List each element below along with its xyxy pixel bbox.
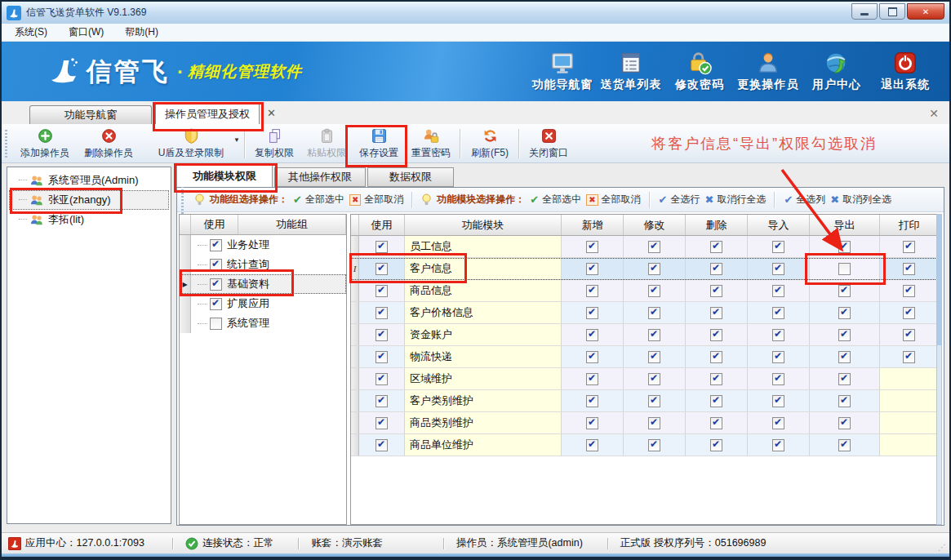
module-grid-row[interactable]: 区域维护 (351, 368, 937, 390)
use-checkbox[interactable] (376, 373, 388, 385)
group-checkbox[interactable] (210, 239, 222, 251)
banner-button[interactable]: 修改密码 (669, 51, 731, 92)
use-checkbox[interactable] (376, 395, 388, 407)
operator-tree-item[interactable]: 张亚(zhangy) (9, 190, 169, 210)
selection-action[interactable]: ✔全选行 (659, 193, 700, 207)
perm-checkbox[interactable] (710, 351, 722, 363)
group-checkbox[interactable] (210, 298, 222, 310)
perm-checkbox[interactable] (710, 439, 722, 451)
group-grid-row[interactable]: 业务处理 (180, 235, 346, 255)
perm-checkbox[interactable] (710, 285, 722, 297)
tab-operator-management[interactable]: 操作员管理及授权 (155, 103, 260, 124)
banner-button[interactable]: 退出系统 (874, 51, 936, 92)
perm-checkbox[interactable] (648, 439, 660, 451)
selection-action[interactable]: ✖取消行全选 (705, 193, 767, 207)
group-checkbox[interactable] (210, 259, 222, 271)
perm-checkbox[interactable] (586, 285, 598, 297)
perm-checkbox[interactable] (586, 439, 598, 451)
perm-tab-data[interactable]: 数据权限 (367, 167, 454, 187)
perm-checkbox[interactable] (648, 395, 660, 407)
perm-checkbox[interactable] (903, 241, 915, 253)
use-checkbox[interactable] (376, 307, 388, 319)
perm-tab-other[interactable]: 其他操作权限 (274, 167, 366, 187)
module-grid-row[interactable]: 客户类别维护 (351, 390, 937, 412)
use-checkbox[interactable] (376, 241, 388, 253)
dropdown-caret-icon[interactable]: ▼ (233, 136, 240, 144)
perm-checkbox[interactable] (772, 373, 784, 385)
perm-checkbox[interactable] (772, 439, 784, 451)
toolbar-button-close-window[interactable]: 关闭窗口 (522, 126, 575, 162)
toolbar-button-shield[interactable]: U盾及登录限制▼ (140, 126, 242, 162)
perm-checkbox[interactable] (710, 329, 722, 341)
group-checkbox[interactable] (210, 318, 222, 330)
tabstrip-close-icon[interactable]: ✕ (929, 107, 939, 120)
selection-action[interactable]: ✔全选列 (784, 193, 825, 207)
module-name-cell[interactable]: 商品信息 (405, 280, 562, 302)
group-grid-row[interactable]: 系统管理 (180, 313, 346, 333)
module-grid-row[interactable]: 员工信息 (351, 236, 937, 258)
vertical-scrollbar[interactable] (936, 214, 942, 525)
perm-checkbox[interactable] (772, 307, 784, 319)
perm-checkbox[interactable] (586, 351, 598, 363)
perm-checkbox[interactable] (903, 285, 915, 297)
perm-checkbox[interactable] (772, 263, 784, 275)
perm-checkbox[interactable] (648, 329, 660, 341)
perm-checkbox[interactable] (710, 395, 722, 407)
tab-function-nav[interactable]: 功能导航窗 (29, 105, 152, 124)
perm-checkbox[interactable] (586, 329, 598, 341)
perm-checkbox[interactable] (586, 307, 598, 319)
perm-checkbox[interactable] (586, 417, 598, 429)
module-name-cell[interactable]: 资金账户 (405, 324, 562, 346)
module-grid-row[interactable]: 客户价格信息 (351, 302, 937, 324)
module-grid-row[interactable]: 商品类别维护 (351, 412, 937, 434)
tab-close-icon[interactable]: ✕ (267, 107, 276, 119)
selection-action[interactable]: ✖取消列全选 (830, 193, 891, 207)
perm-checkbox[interactable] (648, 417, 660, 429)
module-grid-row[interactable]: I客户信息 (351, 258, 937, 280)
perm-checkbox[interactable] (772, 241, 784, 253)
toolbar-button-add-operator[interactable]: 添加操作员 (13, 126, 77, 162)
close-button[interactable]: ✕ (907, 3, 944, 20)
module-grid-row[interactable]: 物流快递 (351, 346, 937, 368)
maximize-button[interactable] (879, 3, 905, 20)
perm-checkbox[interactable] (838, 351, 851, 363)
toolbar-button-refresh[interactable]: 刷新(F5) (464, 126, 516, 162)
use-checkbox[interactable] (376, 417, 388, 429)
perm-checkbox[interactable] (838, 307, 851, 319)
perm-checkbox[interactable] (838, 417, 851, 429)
minimize-button[interactable] (851, 3, 878, 20)
banner-button[interactable]: 功能导航窗 (531, 51, 593, 92)
group-checkbox[interactable] (210, 278, 222, 291)
module-grid-row[interactable]: 资金账户 (351, 324, 937, 346)
operator-tree-item[interactable]: 李拓(lit) (9, 210, 169, 229)
toolbar-button-remove-operator[interactable]: 删除操作员 (77, 126, 140, 162)
perm-checkbox[interactable] (838, 329, 851, 341)
module-name-cell[interactable]: 区域维护 (405, 368, 562, 390)
perm-checkbox[interactable] (838, 373, 851, 385)
perm-checkbox[interactable] (648, 285, 660, 297)
module-name-cell[interactable]: 客户价格信息 (405, 302, 562, 324)
selection-action[interactable]: ✔全部选中 (293, 193, 344, 207)
perm-checkbox[interactable] (710, 241, 722, 253)
perm-checkbox[interactable] (648, 307, 660, 319)
selection-action[interactable]: ✖全部取消 (586, 193, 640, 207)
use-checkbox[interactable] (376, 263, 388, 275)
banner-button[interactable]: 送货单列表 (600, 51, 662, 92)
perm-checkbox[interactable] (586, 263, 598, 275)
perm-checkbox[interactable] (710, 263, 722, 275)
module-name-cell[interactable]: 客户类别维护 (405, 390, 562, 412)
selection-action[interactable]: ✖全部取消 (349, 193, 403, 207)
use-checkbox[interactable] (376, 351, 388, 363)
menu-item[interactable]: 窗口(W) (62, 23, 110, 42)
module-name-cell[interactable]: 商品类别维护 (405, 412, 562, 434)
menu-item[interactable]: 帮助(H) (118, 23, 165, 42)
perm-checkbox[interactable] (838, 263, 851, 275)
perm-checkbox[interactable] (648, 373, 660, 385)
scrollbar-thumb[interactable] (937, 215, 941, 345)
perm-checkbox[interactable] (586, 241, 598, 253)
toolbar-button-save[interactable]: 保存设置 (353, 126, 405, 162)
perm-checkbox[interactable] (710, 307, 722, 319)
use-checkbox[interactable] (376, 439, 388, 451)
perm-checkbox[interactable] (838, 241, 851, 253)
perm-tab-module[interactable]: 功能模块权限 (176, 165, 273, 187)
